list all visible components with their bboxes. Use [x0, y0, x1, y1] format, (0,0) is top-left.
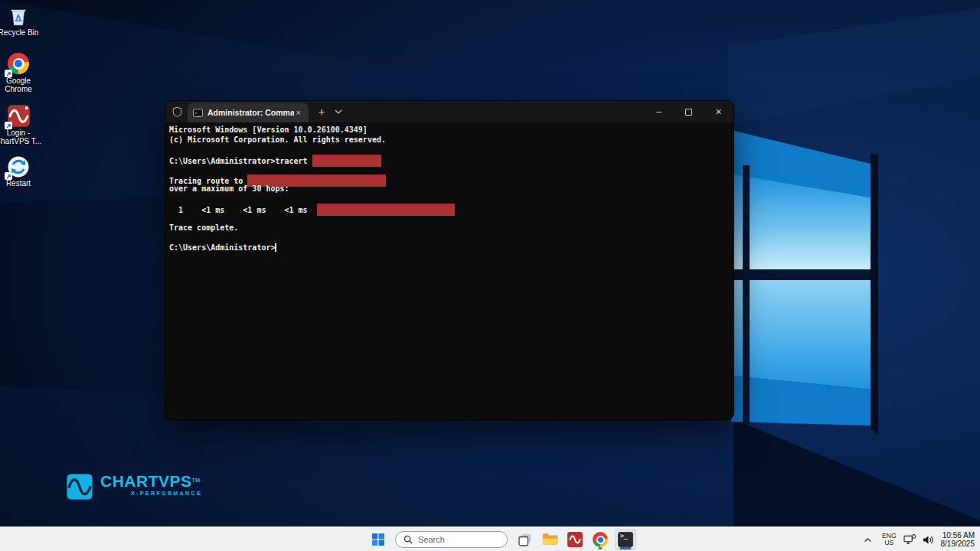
- terminal-line: (c) Microsoft Corporation. All rights re…: [169, 135, 733, 145]
- recycle-bin-icon: [7, 5, 30, 28]
- terminal-taskbar-button[interactable]: >_: [615, 529, 636, 550]
- desktop-screen: Recycle Bin Google Chrome Login - ChartV…: [0, 0, 980, 551]
- start-button[interactable]: [368, 529, 389, 550]
- terminal-titlebar[interactable]: >_ Administrator: Command Pro × + – ×: [165, 101, 733, 122]
- terminal-icon: >_: [618, 532, 633, 547]
- chevron-down-icon: [335, 109, 342, 114]
- tab-dropdown-button[interactable]: [335, 109, 342, 114]
- terminal-cursor: [275, 243, 276, 252]
- terminal-text: 1 <1 ms <1 ms <1 ms: [169, 206, 317, 214]
- chartvps-icon: [567, 532, 583, 547]
- minimize-button[interactable]: –: [644, 101, 674, 122]
- desktop-icon-label: Restart: [0, 180, 43, 188]
- terminal-line: [169, 233, 733, 243]
- volume-tray-button[interactable]: [923, 535, 934, 545]
- terminal-line: C:\Users\Administrator>: [169, 243, 733, 253]
- desktop-icon-label: Google Chrome: [0, 77, 43, 93]
- brand-name: CHARTVPSTM: [100, 473, 202, 490]
- terminal-line: [169, 145, 733, 155]
- maximize-button[interactable]: [674, 101, 704, 122]
- terminal-line: [169, 165, 733, 174]
- trademark-symbol: TM: [192, 478, 201, 483]
- desktop-icon-restart[interactable]: Restart: [0, 155, 43, 188]
- admin-shield-icon: [172, 106, 182, 117]
- shortcut-arrow-icon: [5, 70, 12, 77]
- terminal-tab[interactable]: >_ Administrator: Command Pro ×: [188, 103, 309, 122]
- task-view-button[interactable]: [514, 529, 535, 550]
- redaction-box: [317, 204, 456, 216]
- terminal-line: 1 <1 ms <1 ms <1 ms: [169, 204, 733, 214]
- terminal-line: Trace complete.: [169, 223, 733, 233]
- search-input[interactable]: Search: [395, 531, 508, 548]
- new-tab-button[interactable]: +: [318, 106, 325, 117]
- taskbar: Search: [0, 527, 980, 551]
- brand-tagline: X-PERFORMANCE: [131, 491, 202, 496]
- file-explorer-icon: [542, 533, 558, 546]
- chrome-icon: [593, 532, 608, 547]
- redaction-box: [312, 155, 381, 167]
- clock-time: 10:56 AM: [941, 531, 975, 540]
- shortcut-arrow-icon: [5, 122, 12, 129]
- tray-chevron-button[interactable]: [860, 529, 875, 550]
- terminal-text: over a maximum of 30 hops:: [169, 184, 289, 193]
- desktop-icon-label: Recycle Bin: [0, 29, 43, 37]
- terminal-text: Trace complete.: [169, 223, 238, 232]
- search-placeholder: Search: [418, 535, 445, 544]
- desktop-icon-login-chartvps[interactable]: Login - ChartVPS T...: [0, 105, 43, 145]
- terminal-content[interactable]: Microsoft Windows [Version 10.0.26100.43…: [165, 122, 733, 253]
- terminal-line: [169, 194, 733, 204]
- file-explorer-button[interactable]: [539, 529, 560, 550]
- windows-logo-icon: [372, 533, 384, 546]
- terminal-text: C:\Users\Administrator>: [169, 243, 275, 252]
- shortcut-arrow-icon: [5, 172, 12, 180]
- terminal-line: over a maximum of 30 hops:: [169, 184, 733, 194]
- desktop-icon-google-chrome[interactable]: Google Chrome: [0, 53, 43, 93]
- taskbar-clock[interactable]: 10:56 AM 8/19/2025: [941, 531, 975, 548]
- terminal-line: Microsoft Windows [Version 10.0.26100.43…: [169, 126, 733, 135]
- network-tray-button[interactable]: [903, 534, 916, 545]
- terminal-line: C:\Users\Administrator>tracert: [169, 155, 733, 165]
- language-indicator[interactable]: ENG US: [882, 533, 896, 546]
- network-icon: [903, 534, 916, 545]
- active-indicator: [620, 547, 632, 549]
- tab-close-icon[interactable]: ×: [294, 108, 303, 118]
- terminal-window: >_ Administrator: Command Pro × + – × Mi…: [165, 101, 733, 419]
- chartvps-logo-icon: [66, 473, 93, 500]
- language-line2: US: [882, 540, 896, 546]
- running-indicator: [599, 547, 603, 549]
- desktop-icon-recycle-bin[interactable]: Recycle Bin: [0, 5, 43, 37]
- task-view-icon: [518, 533, 532, 547]
- terminal-text: C:\Users\Administrator>tracert: [169, 157, 312, 165]
- chevron-up-icon: [864, 537, 872, 543]
- close-button[interactable]: ×: [704, 101, 733, 122]
- search-icon: [403, 535, 413, 544]
- chrome-taskbar-button[interactable]: [590, 529, 611, 550]
- terminal-line: Tracing route to: [169, 174, 733, 184]
- cmd-icon: >_: [193, 109, 203, 117]
- desktop-icon-label: Login - ChartVPS T...: [0, 129, 43, 145]
- terminal-text: (c) Microsoft Corporation. All rights re…: [169, 135, 386, 144]
- chartvps-taskbar-button[interactable]: [564, 529, 586, 550]
- speaker-icon: [923, 535, 934, 545]
- maximize-icon: [685, 109, 692, 116]
- clock-date: 8/19/2025: [941, 540, 975, 548]
- terminal-text: Microsoft Windows [Version 10.0.26100.43…: [169, 126, 368, 134]
- chartvps-logo: CHARTVPSTM X-PERFORMANCE: [66, 473, 202, 500]
- tab-title: Administrator: Command Pro: [207, 108, 294, 117]
